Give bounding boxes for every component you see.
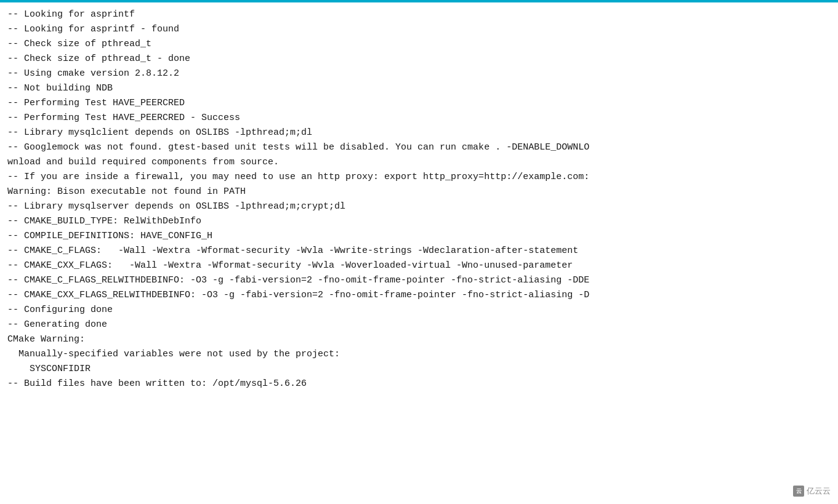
watermark: 云 亿云云 xyxy=(793,486,831,497)
terminal-line: -- Googlemock was not found. gtest-based… xyxy=(7,140,831,155)
terminal-line: -- Not building NDB xyxy=(7,81,831,96)
terminal-line: wnload and build required components fro… xyxy=(7,155,831,170)
terminal-line: -- Looking for asprintf xyxy=(7,7,831,22)
watermark-text: 亿云云 xyxy=(807,486,831,497)
terminal-line: CMake Warning: xyxy=(7,332,831,347)
terminal-container: -- Looking for asprintf-- Looking for as… xyxy=(0,2,838,504)
terminal-line: -- Build files have been written to: /op… xyxy=(7,377,831,391)
output-lines: -- Looking for asprintf-- Looking for as… xyxy=(7,7,831,391)
terminal-line: -- CMAKE_CXX_FLAGS: -Wall -Wextra -Wform… xyxy=(7,258,831,273)
terminal-line: -- Using cmake version 2.8.12.2 xyxy=(7,66,831,81)
terminal-line: -- CMAKE_CXX_FLAGS_RELWITHDEBINFO: -O3 -… xyxy=(7,288,831,303)
terminal-line: -- Performing Test HAVE_PEERCRED - Succe… xyxy=(7,111,831,126)
terminal-line: Manually-specified variables were not us… xyxy=(7,347,831,362)
terminal-line: -- Looking for asprintf - found xyxy=(7,22,831,37)
terminal-line: -- Library mysqlserver depends on OSLIBS… xyxy=(7,199,831,214)
terminal-line: -- Library mysqlclient depends on OSLIBS… xyxy=(7,126,831,140)
terminal-line: -- Configuring done xyxy=(7,303,831,318)
terminal-line: -- Check size of pthread_t - done xyxy=(7,52,831,66)
terminal-line: -- CMAKE_C_FLAGS: -Wall -Wextra -Wformat… xyxy=(7,244,831,258)
terminal-line: -- CMAKE_C_FLAGS_RELWITHDEBINFO: -O3 -g … xyxy=(7,273,831,288)
terminal-line: -- Check size of pthread_t xyxy=(7,37,831,52)
terminal-line: -- Performing Test HAVE_PEERCRED xyxy=(7,96,831,111)
watermark-icon: 云 xyxy=(793,486,804,497)
terminal-line: -- If you are inside a firewall, you may… xyxy=(7,170,831,185)
terminal-line: -- CMAKE_BUILD_TYPE: RelWithDebInfo xyxy=(7,214,831,229)
terminal-line: Warning: Bison executable not found in P… xyxy=(7,185,831,199)
terminal-line: -- COMPILE_DEFINITIONS: HAVE_CONFIG_H xyxy=(7,229,831,244)
terminal-line: -- Generating done xyxy=(7,318,831,332)
terminal-line: SYSCONFIDIR xyxy=(7,362,831,377)
